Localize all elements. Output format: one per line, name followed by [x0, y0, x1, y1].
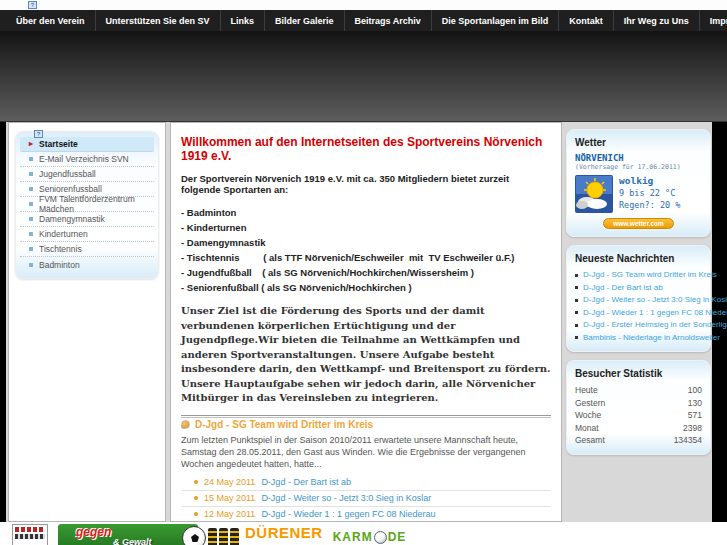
latest-news-link[interactable]: D-Jgd - SG Team wird Dritter im Kreis	[583, 269, 717, 282]
stat-value: 134354	[674, 434, 702, 447]
nav-item-beitrags-archiv[interactable]: Beitrags Archiv	[345, 10, 432, 31]
weather-box: Wetter NÖRVENICH (Vorhersage für 17.06.2…	[566, 129, 711, 237]
news-row[interactable]: 12 May 2011 D-Jgd - Wieder 1 : 1 gegen F…	[181, 507, 551, 523]
square-bullet-icon	[29, 187, 33, 191]
sponsor-gegen-gewalt-banner[interactable]: gegen & Gewalt	[58, 524, 198, 545]
latest-news-link[interactable]: D-Jgd - Erster Heimsieg in der Sonderlig…	[583, 319, 727, 332]
nav-item-ihr-weg-zu-uns[interactable]: Ihr Weg zu Uns	[614, 10, 700, 31]
latest-news-link[interactable]: D-Jgd - Wieder 1 : 1 gegen FC 08 Niedera…	[583, 307, 727, 320]
square-bullet-icon	[29, 202, 33, 206]
weather-sun-cloud-icon	[575, 175, 613, 213]
sidebar-item-tischtennis[interactable]: Tischtennis	[20, 242, 154, 257]
sidebar-item-label: Tischtennis	[39, 244, 82, 254]
sponsor-duerener-logo[interactable]: DÜRENER	[208, 524, 323, 545]
news-link[interactable]: D-Jgd - Wieder 1 : 1 gegen FC 08 Niedera…	[261, 509, 435, 519]
sidebar-item-label: Damengymnastik	[39, 214, 105, 224]
building-icon	[230, 528, 239, 545]
banner-word-gegen: gegen	[76, 525, 111, 539]
news-row[interactable]: 24 May 2011 D-Jgd - Der Bart ist ab	[181, 475, 551, 491]
mission-text: Unser Ziel ist die Förderung des Sports …	[181, 304, 551, 406]
sidebar-item-fvm-talentfoerderzentrum[interactable]: FVM Talentförderzentrum Mädchen	[20, 197, 154, 212]
duerener-wordmark: DÜRENER	[245, 524, 323, 541]
latest-news-item[interactable]: Bambinis - Niederlage in Arnoldsweiler	[575, 332, 702, 345]
globe-icon	[374, 531, 387, 544]
banner-word-gewalt: & Gewalt	[113, 537, 152, 545]
news-list: 24 May 2011 D-Jgd - Der Bart ist ab 15 M…	[181, 475, 551, 523]
bullet-icon	[194, 512, 198, 516]
stat-row: Gestern 130	[575, 397, 702, 410]
square-bullet-icon	[29, 263, 33, 267]
latest-news-link[interactable]: D-Jgd - Weiter so - Jetzt 3:0 Sieg in Ko…	[583, 294, 727, 307]
news-date: 12 May 2011	[204, 509, 255, 519]
weather-row: wolkig 9 bis 22 °C Regen?: 20 %	[575, 175, 702, 213]
nav-item-links[interactable]: Links	[221, 10, 266, 31]
logo-stripe	[15, 534, 45, 539]
square-bullet-icon	[575, 286, 578, 289]
sidebar-item-badminton[interactable]: Badminton	[20, 257, 154, 272]
latest-news-item[interactable]: D-Jgd - Der Bart ist ab	[575, 282, 702, 295]
news-headline-link[interactable]: D-Jgd - SG Team wird Dritter im Kreis	[195, 419, 373, 430]
building-icon	[208, 528, 217, 545]
square-bullet-icon	[29, 157, 33, 161]
content-area: ▸ Startseite E-Mail Verzeichnis SVN Juge…	[6, 122, 712, 522]
square-bullet-icon	[29, 172, 33, 176]
left-sidebar: ▸ Startseite E-Mail Verzeichnis SVN Juge…	[8, 122, 166, 522]
sidebar-item-damengymnastik[interactable]: Damengymnastik	[20, 212, 154, 227]
logo-stripe	[15, 527, 45, 532]
latest-news-box: Neueste Nachrichten D-Jgd - SG Team wird…	[566, 245, 711, 352]
news-link[interactable]: D-Jgd - Der Bart ist ab	[261, 477, 351, 487]
weather-header: Wetter	[575, 137, 702, 148]
latest-news-header: Neueste Nachrichten	[575, 253, 702, 264]
sidebar-item-kinderturnen[interactable]: Kinderturnen	[20, 227, 154, 242]
stat-value: 130	[688, 397, 702, 410]
stat-value: 2398	[683, 422, 702, 435]
page-title: Willkommen auf den Internetseiten des Sp…	[181, 135, 551, 163]
nav-item-ueber-den-verein[interactable]: Über den Verein	[6, 10, 96, 31]
stat-value: 100	[688, 384, 702, 397]
stat-row: Monat 2398	[575, 422, 702, 435]
sport-line: - Badminton	[181, 205, 551, 220]
nav-item-impressum[interactable]: Impressum	[700, 10, 727, 31]
square-bullet-icon	[29, 247, 33, 251]
karm-wordmark-right: DE	[388, 530, 407, 544]
nav-item-kontakt[interactable]: Kontakt	[559, 10, 614, 31]
sport-line: - Jugendfußball ( als SG Nörvenich/Hochk…	[181, 265, 551, 280]
weather-rain: Regen?: 20 %	[619, 199, 680, 211]
arrow-right-icon: ▸	[29, 140, 33, 148]
nav-item-bilder-galerie[interactable]: Bilder Galerie	[265, 10, 345, 31]
wetter-com-link[interactable]: www.wetter.com	[603, 218, 674, 229]
nav-item-unterstuetzen[interactable]: Unterstützen Sie den SV	[96, 10, 221, 31]
bullet-icon	[194, 496, 198, 500]
top-strip: ?	[0, 0, 727, 10]
sidebar-item-jugendfussball[interactable]: Jugendfussball	[20, 167, 154, 182]
sidebar-item-email-verzeichnis[interactable]: E-Mail Verzeichnis SVN	[20, 152, 154, 167]
right-sidebar: Wetter NÖRVENICH (Vorhersage für 17.06.2…	[566, 122, 711, 522]
latest-news-item[interactable]: D-Jgd - Wieder 1 : 1 gegen FC 08 Niedera…	[575, 307, 702, 320]
weather-temperature: 9 bis 22 °C	[619, 187, 680, 199]
sidebar-menu: ▸ Startseite E-Mail Verzeichnis SVN Juge…	[15, 131, 159, 279]
intro-text: Der Sportverein Nörvenich 1919 e.V. mit …	[181, 173, 551, 195]
news-row[interactable]: 15 May 2011 D-Jgd - Weiter so - Jetzt 3:…	[181, 491, 551, 507]
latest-news-link[interactable]: D-Jgd - Der Bart ist ab	[583, 282, 663, 295]
latest-news-item[interactable]: D-Jgd - SG Team wird Dritter im Kreis	[575, 269, 702, 282]
news-link[interactable]: D-Jgd - Weiter so - Jetzt 3:0 Sieg in Ko…	[261, 493, 431, 503]
sponsor-fairplay-logo[interactable]	[12, 524, 48, 545]
latest-news-item[interactable]: D-Jgd - Weiter so - Jetzt 3:0 Sieg in Ko…	[575, 294, 702, 307]
soccer-ball-icon	[182, 526, 206, 545]
visitor-stats-box: Besucher Statistik Heute 100 Gestern 130…	[566, 360, 711, 455]
sponsor-row: gegen & Gewalt DÜRENER KARM DE	[12, 524, 406, 545]
weather-city: NÖRVENICH	[575, 153, 702, 163]
news-date: 15 May 2011	[204, 493, 255, 503]
latest-news-link[interactable]: Bambinis - Niederlage in Arnoldsweiler	[583, 332, 720, 345]
sidebar-item-label: Startseite	[39, 139, 78, 149]
sponsor-karm-logo[interactable]: KARM DE	[333, 530, 407, 544]
sidebar-item-startseite[interactable]: ▸ Startseite	[20, 137, 154, 152]
page: ? Über den Verein Unterstützen Sie den S…	[0, 0, 727, 545]
stat-value: 571	[688, 409, 702, 422]
header-banner	[0, 31, 727, 122]
weather-link-row: www.wetter.com	[575, 218, 702, 229]
stat-label: Gesamt	[575, 434, 605, 447]
main-content: Willkommen auf den Internetseiten des Sp…	[170, 122, 562, 522]
nav-item-sportanlagen[interactable]: Die Sportanlagen im Bild	[432, 10, 560, 31]
latest-news-item[interactable]: D-Jgd - Erster Heimsieg in der Sonderlig…	[575, 319, 702, 332]
